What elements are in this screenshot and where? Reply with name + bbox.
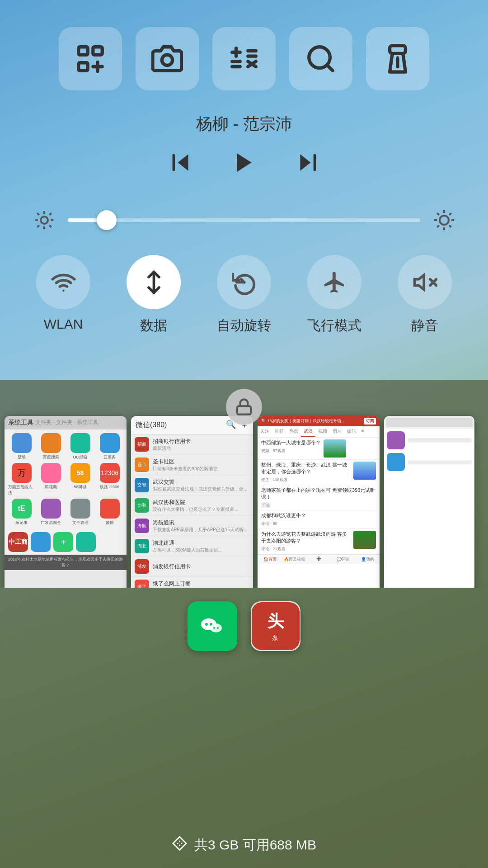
toggle-rotate[interactable]: 自动旋转 [208,255,280,335]
brightness-high-icon [432,208,456,232]
airplane-icon [322,270,347,295]
wechat-item[interactable]: 饿了 饿了么网上订餐预先量公里网上订餐，美食天涯... [131,577,253,588]
calculator-icon [228,43,260,75]
music-controls [23,149,465,176]
toggle-mute[interactable]: 静音 [389,255,461,335]
svg-rect-2 [79,63,88,71]
svg-marker-22 [237,153,251,171]
wechat-title: 微信(380) [136,420,167,430]
news-item[interactable]: 杭州、珠海、重庆、长沙、武汉 挑一城市定居，你会选哪个？ 楼主 · 118观看 [258,460,380,485]
music-title: 杨柳 - 范宗沛 [23,113,465,135]
sun-small-icon [33,209,55,231]
app-card-news[interactable]: 🔍 15岁的女孩｜美国订制｜武汉给较吃号馆... 订阅 关注 推荐 热点 武汉 … [258,416,380,588]
brightness-slider[interactable] [68,218,420,222]
app-card-wechat[interactable]: 微信(380) 🔍 ＋ 招商 招商银行信用卡最新活动 圣卡 圣卡社区目前有3条未… [131,416,253,588]
toutiao-app-icon[interactable]: 头 条 [251,601,300,651]
mute-label: 静音 [411,316,438,335]
play-icon [232,150,257,175]
app-switcher: 系统工具 文件夹 · 文件夹 · 系统工具 壁纸 百度搜索 Q [0,380,488,868]
wechat-item[interactable]: 协和 武汉协和医院没有什么大事情，但是怎么了？专家报道... [131,495,253,516]
memory-info: 共3 GB 可用688 MB [0,835,488,854]
airplane-label: 飞行模式 [307,316,361,335]
svg-line-32 [37,225,39,227]
background: 杨柳 - 范宗沛 [0,0,488,868]
lock-indicator [226,389,262,425]
sun-large-icon [433,209,455,231]
news-item[interactable]: 为什么去游览花去整武游武汉的游 客多于去洛阳的游客？ 评论 · 21观看 [258,529,380,554]
wechat-item[interactable]: 海航 海航通讯下载兼客APP享新用，几乎APP已送15天试听... [131,516,253,536]
data-circle[interactable] [127,255,181,309]
toggles-row: WLAN 数据 [23,255,465,335]
wlan-circle[interactable] [36,255,90,309]
flashlight-icon [382,43,413,75]
svg-line-42 [449,213,451,215]
control-center: 杨柳 - 范宗沛 [0,0,488,389]
wechat-item[interactable]: 湖北 湖北建通占用可以，300M最人员芯数据语... [131,536,253,557]
svg-point-5 [97,66,99,67]
calculator-button[interactable] [212,27,276,90]
music-player: 杨柳 - 范宗沛 [23,113,465,176]
search-button[interactable] [289,27,352,90]
svg-line-28 [37,213,39,215]
rotate-circle[interactable] [217,255,271,309]
app-card-systemtools[interactable]: 系统工具 文件夹 · 文件夹 · 系统工具 壁纸 百度搜索 Q [5,416,127,588]
svg-rect-50 [237,406,251,414]
mute-circle[interactable] [398,255,452,309]
svg-marker-23 [300,154,310,171]
svg-point-34 [440,216,449,225]
svg-point-6 [162,55,172,65]
brightness-row [23,208,465,232]
app-icons-bar: 头 条 [0,601,488,651]
play-button[interactable] [230,149,258,176]
next-icon [295,150,320,175]
search-icon [305,43,337,75]
prev-icon [169,150,193,175]
wechat-app-icon[interactable] [188,601,237,651]
toggle-wlan[interactable]: WLAN [27,255,99,332]
brightness-thumb[interactable] [97,210,117,230]
news-item[interactable]: 中西部第一大城市是哪个？ 视频 · 57观看 [258,438,380,460]
svg-point-56 [217,627,219,629]
app-card-other[interactable] [384,416,474,588]
news-item[interactable]: 老师家孩子都在上的课？现在可 免费领取398元试听课！ 广告 [258,485,380,510]
flashlight-button[interactable] [366,27,429,90]
diamond-icon [172,835,188,851]
camera-icon [151,43,183,75]
toggle-airplane[interactable]: 飞行模式 [298,255,371,335]
svg-point-43 [62,289,65,292]
svg-line-16 [327,65,333,71]
svg-point-19 [396,56,399,59]
data-label: 数据 [140,316,167,335]
mute-icon [413,270,437,295]
wechat-item[interactable]: 浦发 浦发银行信用卡 [131,557,253,577]
svg-marker-57 [173,837,186,850]
rotate-label: 自动旋转 [217,316,271,335]
rotate-icon [232,270,257,295]
svg-rect-1 [93,47,102,55]
svg-point-25 [41,217,48,224]
next-button[interactable] [294,149,321,176]
svg-rect-0 [79,47,88,55]
svg-marker-47 [414,275,424,289]
wifi-icon [51,270,76,295]
screenshot-button[interactable] [59,27,122,90]
svg-point-52 [205,623,208,626]
svg-point-55 [213,627,215,629]
news-item[interactable]: 成都和武汉谁更牛？ 评论 · 80 [258,510,380,529]
svg-line-33 [49,213,51,215]
airplane-circle[interactable] [307,255,361,309]
wechat-item[interactable]: 圣卡 圣卡社区目前有3条未查看的App的新消息 [131,455,253,475]
wechat-item[interactable]: 交警 武汉交警3#也被武汉交通法规！武汉交警解片升级，全... [131,475,253,495]
wechat-list: 招商 招商银行信用卡最新活动 圣卡 圣卡社区目前有3条未查看的App的新消息 交… [131,434,253,588]
camera-button[interactable] [136,27,199,90]
data-icon [141,270,166,295]
svg-point-54 [210,623,222,632]
svg-line-41 [437,225,439,227]
memory-text: 共3 GB 可用688 MB [194,836,316,854]
quick-actions-row [23,27,465,90]
svg-line-37 [437,213,439,215]
wechat-item[interactable]: 招商 招商银行信用卡最新活动 [131,434,253,455]
memory-icon [172,835,188,854]
toggle-data[interactable]: 数据 [117,255,190,335]
prev-button[interactable] [167,149,194,176]
